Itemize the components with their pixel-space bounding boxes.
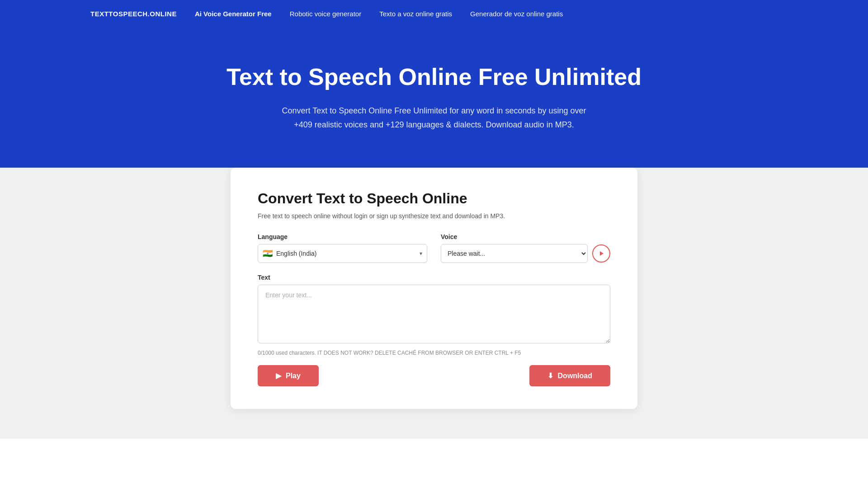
- language-select[interactable]: English (India) English (US) English (UK…: [276, 250, 416, 257]
- text-input[interactable]: [258, 285, 610, 343]
- nav-link-robotic[interactable]: Robotic voice generator: [290, 10, 361, 18]
- nav-link-generador[interactable]: Generador de voz online gratis: [470, 10, 563, 18]
- chevron-down-icon: ▾: [420, 250, 422, 257]
- play-circle-icon: [598, 250, 605, 257]
- voice-select-wrapper: Please wait...: [441, 244, 610, 263]
- nav-link-ai-voice[interactable]: Ai Voice Generator Free: [195, 10, 272, 18]
- card-description: Free text to speech online without login…: [258, 212, 610, 220]
- hero-title: Text to Speech Online Free Unlimited: [90, 63, 778, 90]
- play-button-label: Play: [286, 372, 301, 380]
- voice-label: Voice: [441, 233, 610, 240]
- buttons-row: ▶ Play ⬇ Download: [258, 365, 610, 386]
- play-button[interactable]: ▶ Play: [258, 365, 319, 386]
- voice-select[interactable]: Please wait...: [441, 244, 588, 263]
- nav-link-texto[interactable]: Texto a voz online gratis: [379, 10, 452, 18]
- navbar: TEXTTOSPEECH.ONLINE Ai Voice Generator F…: [0, 0, 868, 27]
- download-button-label: Download: [558, 372, 592, 380]
- char-counter: 0/1000 used characters. IT DOES NOT WORK…: [258, 350, 610, 356]
- language-voice-row: Language 🇮🇳 English (India) English (US)…: [258, 233, 610, 263]
- text-section: Text: [258, 274, 610, 345]
- download-button[interactable]: ⬇ Download: [529, 365, 610, 386]
- language-select-wrapper[interactable]: 🇮🇳 English (India) English (US) English …: [258, 244, 427, 263]
- voice-group: Voice Please wait...: [441, 233, 610, 263]
- hero-subtitle: Convert Text to Speech Online Free Unlim…: [276, 104, 592, 131]
- language-group: Language 🇮🇳 English (India) English (US)…: [258, 233, 427, 263]
- converter-card: Convert Text to Speech Online Free text …: [231, 168, 637, 409]
- voice-preview-button[interactable]: [592, 244, 610, 263]
- play-button-icon: ▶: [276, 371, 281, 380]
- text-label: Text: [258, 274, 610, 281]
- flag-icon: 🇮🇳: [263, 249, 273, 258]
- download-button-icon: ⬇: [547, 371, 553, 380]
- main-content: Convert Text to Speech Online Free text …: [0, 168, 868, 439]
- language-label: Language: [258, 233, 427, 240]
- svg-marker-0: [600, 251, 604, 256]
- nav-brand[interactable]: TEXTTOSPEECH.ONLINE: [90, 10, 177, 18]
- card-title: Convert Text to Speech Online: [258, 190, 610, 207]
